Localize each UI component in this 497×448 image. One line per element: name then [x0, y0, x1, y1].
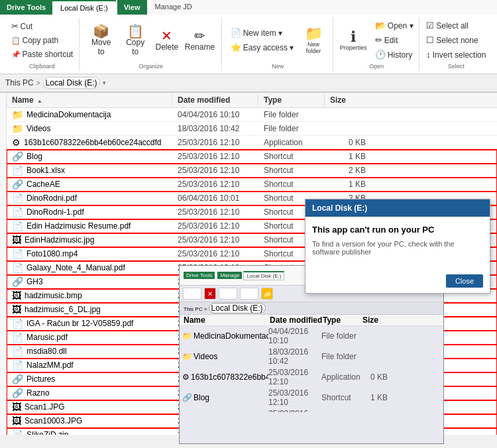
edit-button[interactable]: ✏ Edit	[372, 33, 417, 47]
size-column-header[interactable]: Size	[325, 94, 371, 106]
select-group: ☑ Select all ☐ Select none ↕ Invert sele…	[421, 17, 492, 71]
copy-to-button[interactable]: 📋 Copy to	[119, 23, 152, 58]
file-name-cell: ⚙ 163b1c6078322e6bb4eb60ce24accdfd	[7, 137, 172, 148]
edit-icon: ✏	[375, 35, 382, 45]
select-none-button[interactable]: ☐ Select none	[423, 33, 489, 47]
select-all-icon: ☑	[426, 21, 434, 30]
type-column-header[interactable]: Type	[258, 94, 325, 106]
properties-icon: ℹ	[351, 30, 356, 44]
file-icon: 🔗	[12, 276, 23, 287]
dialog-title: This app can't run on your PC	[312, 225, 483, 235]
view-tab[interactable]: View	[121, 2, 143, 13]
new-item-button[interactable]: 📄 New item ▾	[227, 26, 298, 40]
table-row[interactable]: 📄 Book1.xlsx 25/03/2016 12:10 Shortcut 2…	[7, 164, 497, 178]
open-icon: 📂	[375, 21, 386, 30]
file-name-label: msdia80.dll	[27, 347, 67, 356]
file-name-cell: 🖼 Scan1.JPG	[7, 401, 172, 413]
file-icon: 📄	[12, 193, 23, 203]
move-to-button[interactable]: 📦 Move to	[85, 23, 118, 58]
delete-button[interactable]: ✕ Delete	[153, 27, 182, 54]
clipboard-group: ✂ Cut 📋 Copy path 📌 Paste shortcut Clipb…	[5, 17, 80, 71]
file-icon: 🔗	[12, 388, 23, 398]
ribbon-tabs: Drive Tools Local Disk (E:) View Manage …	[0, 0, 497, 15]
table-row[interactable]: 📁 Videos 18/03/2016 10:42 File folder	[7, 122, 497, 136]
file-icon: 🖼	[12, 402, 21, 412]
file-date-cell: 25/03/2016 12:10	[172, 207, 258, 217]
file-name-label: Scan10003.JPG	[25, 416, 82, 425]
history-button[interactable]: 🕐 History	[372, 48, 417, 62]
file-name-cell: 📄 Marusic.pdf	[7, 331, 172, 343]
file-name-cell: 🔗 GH3	[7, 276, 172, 288]
file-name-label: MedicinaDokumentacija	[27, 110, 111, 119]
file-date-cell: 06/04/2016 10:01	[172, 193, 258, 203]
dialog-close-button[interactable]: Close	[446, 274, 483, 288]
file-icon: 🖼	[12, 416, 21, 426]
file-icon: 🔗	[12, 179, 23, 190]
rename-button[interactable]: ✏ Rename	[182, 27, 217, 54]
file-icon: 🔗	[12, 374, 23, 384]
cut-button[interactable]: ✂ Cut	[8, 19, 77, 33]
table-row[interactable]: 📁 MedicinaDokumentacija 04/04/2016 10:10…	[7, 108, 497, 122]
file-name-cell: 📄 Book1.xlsx	[7, 164, 172, 176]
new-folder-icon: 📁	[305, 27, 323, 41]
breadcrumb-dropdown-icon[interactable]: ▾	[103, 80, 106, 86]
file-name-label: hadzimusic.bmp	[25, 291, 82, 300]
file-name-cell: 🖼 EdinHadzimusic.jpg	[7, 234, 172, 246]
file-icon: 📁	[12, 109, 23, 120]
file-name-cell: 📄 NalazMM.pdf	[7, 359, 172, 371]
file-name-label: EdinHadzimusic.jpg	[25, 235, 94, 245]
file-date-cell: 25/03/2016 12:10	[172, 165, 258, 176]
file-name-label: Galaxy_Note_4_Manual.pdf	[27, 263, 125, 272]
new-folder-button[interactable]: 📁 New folder	[298, 25, 328, 56]
manage-tab[interactable]: Manage JD	[147, 0, 200, 15]
local-disk-breadcrumb[interactable]: Local Disk (E:)	[43, 77, 100, 89]
rename-icon: ✏	[194, 29, 205, 42]
file-name-cell: 📄 DinoRodni.pdf	[7, 192, 172, 204]
select-all-button[interactable]: ☑ Select all	[423, 19, 489, 32]
file-name-cell: 📄 IGA - Račun br 12-V05859.pdf	[7, 317, 172, 329]
file-icon: 📄	[12, 221, 23, 231]
copy-to-icon: 📋	[127, 25, 144, 38]
new-item-icon: 📄	[231, 28, 241, 38]
file-size-cell: 1 KB	[325, 179, 371, 190]
open-button[interactable]: 📂 Open ▾	[372, 19, 417, 32]
file-name-label: Foto1080.mp4	[27, 249, 78, 258]
file-icon: 📄	[12, 332, 23, 343]
dialog-body-text: To find a version for your PC, check wit…	[312, 240, 483, 256]
easy-access-button[interactable]: ⭐ Easy access ▾	[227, 40, 298, 54]
drive-tools-tab[interactable]: Drive Tools	[4, 2, 48, 13]
file-icon: 📄	[12, 262, 23, 273]
easy-access-icon: ⭐	[231, 42, 241, 52]
dialog-header-text: Local Disk (E:)	[312, 203, 367, 213]
file-size-cell	[325, 128, 371, 129]
column-headers: Name ▲ Date modified Type Size	[7, 93, 497, 108]
invert-selection-button[interactable]: ↕ Invert selection	[423, 48, 489, 62]
file-name-cell: 🖼 hadzimusic_6_DL.jpg	[7, 304, 172, 315]
table-row[interactable]: 🔗 CacheAE 25/03/2016 12:10 Shortcut 1 KB	[7, 178, 497, 192]
copy-path-button[interactable]: 📋 Copy path	[8, 34, 77, 47]
table-row[interactable]: ⚙ 163b1c6078322e6bb4eb60ce24accdfd 25/03…	[7, 136, 497, 150]
file-size-cell: 2 KB	[325, 165, 371, 176]
paste-shortcut-button[interactable]: 📌 Paste shortcut	[8, 48, 77, 61]
file-date-cell: 25/03/2016 12:10	[172, 137, 258, 148]
file-icon: 🖼	[12, 304, 21, 315]
ribbon: Drive Tools Local Disk (E:) View Manage …	[0, 0, 497, 93]
table-row[interactable]: 🔗 Blog 25/03/2016 12:10 Shortcut 1 KB	[7, 150, 497, 164]
file-name-label: Marusic.pdf	[27, 333, 68, 342]
file-date-cell: 25/03/2016 12:10	[172, 179, 258, 190]
file-icon: 🖼	[12, 290, 21, 301]
this-pc-breadcrumb[interactable]: This PC	[5, 78, 34, 87]
name-column-header[interactable]: Name ▲	[7, 94, 172, 106]
file-size-cell: 1 KB	[325, 151, 371, 162]
file-icon: 📁	[12, 123, 23, 134]
dialog-header: Local Disk (E:)	[305, 199, 490, 217]
paste-shortcut-icon: 📌	[11, 50, 21, 59]
date-modified-column-header[interactable]: Date modified	[172, 94, 258, 106]
delete-icon: ✕	[161, 29, 172, 42]
properties-button[interactable]: ℹ Properties	[337, 28, 370, 53]
file-date-cell: 04/04/2016 10:10	[172, 109, 258, 120]
ribbon-content: ✂ Cut 📋 Copy path 📌 Paste shortcut Clipb…	[0, 15, 497, 74]
file-type-cell: File folder	[258, 123, 325, 134]
local-disk-tab[interactable]: Local Disk (E:)	[52, 0, 116, 15]
nav-pane	[0, 93, 7, 435]
